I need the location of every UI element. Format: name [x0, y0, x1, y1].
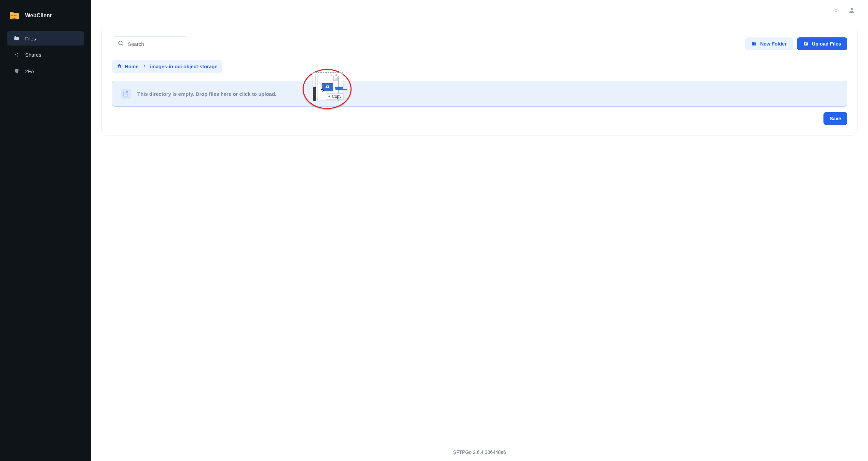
svg-point-3: [15, 54, 16, 55]
app-logo: SFTPGo: [9, 10, 20, 21]
drag-count-badge: [322, 83, 333, 91]
upload-files-button[interactable]: Upload Files: [797, 37, 847, 50]
drag-copy-tooltip: + Copy: [326, 93, 344, 100]
upload-files-label: Upload Files: [812, 41, 841, 47]
drag-file-page: [318, 76, 339, 101]
breadcrumb-current-label: images-in-oci-object-storage: [150, 64, 217, 69]
upload-icon: [803, 41, 809, 47]
drag-selection-box: [312, 72, 343, 99]
app-title: WebClient: [25, 13, 52, 19]
svg-point-6: [835, 9, 837, 12]
folder-icon: [14, 35, 20, 41]
svg-point-4: [17, 53, 18, 54]
actions-row: Save: [112, 112, 847, 125]
toolbar: New Folder Upload Files: [112, 36, 847, 51]
footer: SFTPGo 2.6.4 386448e6: [91, 441, 868, 461]
search-icon: [118, 40, 124, 48]
topbar: [91, 0, 868, 20]
shield-icon: [14, 68, 20, 74]
sidebar-nav: Files Shares 2FA: [0, 29, 91, 83]
dropzone[interactable]: This directory is empty. Drop files here…: [112, 81, 847, 107]
drag-file-page: [316, 74, 337, 99]
sidebar-item-label: Files: [25, 36, 36, 41]
drag-thumb-line: [335, 89, 347, 90]
sidebar-item-label: Shares: [25, 52, 41, 58]
sidebar-item-label: 2FA: [25, 68, 34, 74]
dropzone-upload-icon: [121, 89, 131, 99]
sidebar: SFTPGo WebClient Files Shares: [0, 0, 91, 461]
save-label: Save: [830, 116, 841, 121]
folder-plus-icon: [751, 41, 757, 47]
svg-point-7: [851, 8, 853, 10]
drag-copy-label: Copy: [332, 94, 341, 99]
sidebar-item-2fa[interactable]: 2FA: [7, 64, 84, 78]
search-box[interactable]: [112, 36, 187, 51]
main: New Folder Upload Files Home: [91, 0, 868, 461]
user-menu-icon[interactable]: [848, 6, 856, 14]
chevron-right-icon: [142, 64, 147, 69]
theme-toggle-icon[interactable]: [832, 6, 840, 14]
svg-text:SFTPGo: SFTPGo: [11, 15, 17, 17]
dropzone-message: This directory is empty. Drop files here…: [137, 91, 276, 97]
svg-point-5: [17, 55, 18, 56]
breadcrumb-current[interactable]: images-in-oci-object-storage: [150, 64, 217, 69]
sidebar-item-files[interactable]: Files: [7, 31, 84, 46]
home-icon: [117, 63, 122, 70]
plus-icon: +: [328, 94, 330, 99]
app-root: SFTPGo WebClient Files Shares: [0, 0, 868, 461]
annotation-highlight-ellipse: [303, 69, 352, 109]
drag-thumb-mini: [335, 87, 343, 89]
sidebar-item-shares[interactable]: Shares: [7, 48, 84, 62]
content-card: New Folder Upload Files Home: [101, 26, 858, 136]
breadcrumb-home[interactable]: Home: [117, 63, 138, 70]
drag-side-bar: [313, 87, 316, 101]
share-icon: [14, 52, 20, 58]
sidebar-header: SFTPGo WebClient: [0, 7, 91, 29]
new-folder-label: New Folder: [760, 41, 787, 47]
search-input[interactable]: [128, 41, 182, 47]
save-button[interactable]: Save: [823, 112, 847, 125]
new-folder-button[interactable]: New Folder: [745, 37, 793, 50]
svg-point-8: [119, 41, 122, 45]
breadcrumb-home-label: Home: [125, 64, 138, 69]
breadcrumb: Home images-in-oci-object-storage: [112, 60, 222, 73]
cursor-arrow-icon: [320, 88, 326, 95]
footer-text: SFTPGo 2.6.4 386448e6: [453, 449, 506, 455]
toolbar-buttons: New Folder Upload Files: [745, 37, 847, 50]
